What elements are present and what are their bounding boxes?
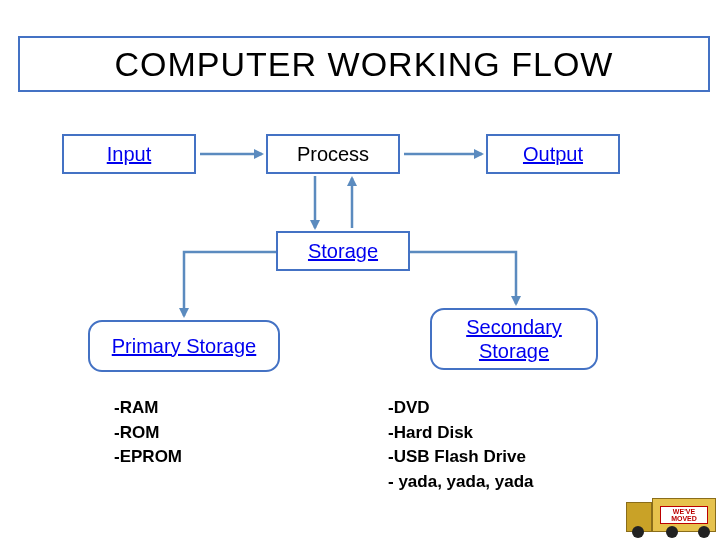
node-storage: Storage xyxy=(276,231,410,271)
node-input: Input xyxy=(62,134,196,174)
list-item: EPROM xyxy=(114,445,182,470)
node-output-label[interactable]: Output xyxy=(523,143,583,166)
node-secondary-label[interactable]: Secondary Storage xyxy=(432,315,596,363)
node-input-label[interactable]: Input xyxy=(107,143,151,166)
list-item: yada, yada, yada xyxy=(388,470,534,495)
primary-storage-list: RAM ROM EPROM xyxy=(114,396,182,470)
list-item: RAM xyxy=(114,396,182,421)
list-item: ROM xyxy=(114,421,182,446)
page-title: COMPUTER WORKING FLOW xyxy=(115,45,614,84)
node-primary-storage: Primary Storage xyxy=(88,320,280,372)
node-process-label: Process xyxy=(297,143,369,166)
node-primary-label[interactable]: Primary Storage xyxy=(112,335,257,358)
node-output: Output xyxy=(486,134,620,174)
list-item: USB Flash Drive xyxy=(388,445,534,470)
moving-truck-icon: WE'VE MOVED xyxy=(626,490,720,538)
secondary-storage-list: DVD Hard Disk USB Flash Drive yada, yada… xyxy=(388,396,534,495)
node-secondary-storage: Secondary Storage xyxy=(430,308,598,370)
node-process: Process xyxy=(266,134,400,174)
node-storage-label[interactable]: Storage xyxy=(308,240,378,263)
title-box: COMPUTER WORKING FLOW xyxy=(18,36,710,92)
list-item: DVD xyxy=(388,396,534,421)
list-item: Hard Disk xyxy=(388,421,534,446)
truck-sign: WE'VE MOVED xyxy=(660,506,708,524)
